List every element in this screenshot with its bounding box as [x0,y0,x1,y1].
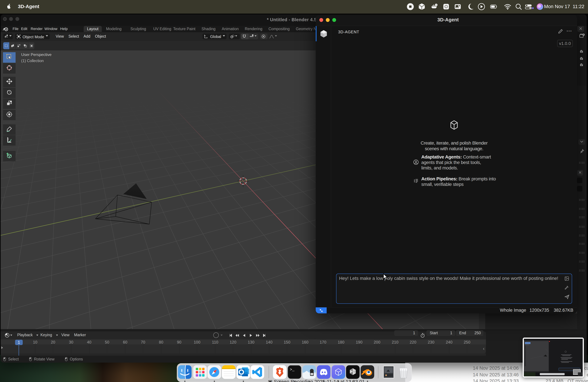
svg-text:!: ! [436,4,436,6]
svg-text:>_: >_ [290,368,294,372]
